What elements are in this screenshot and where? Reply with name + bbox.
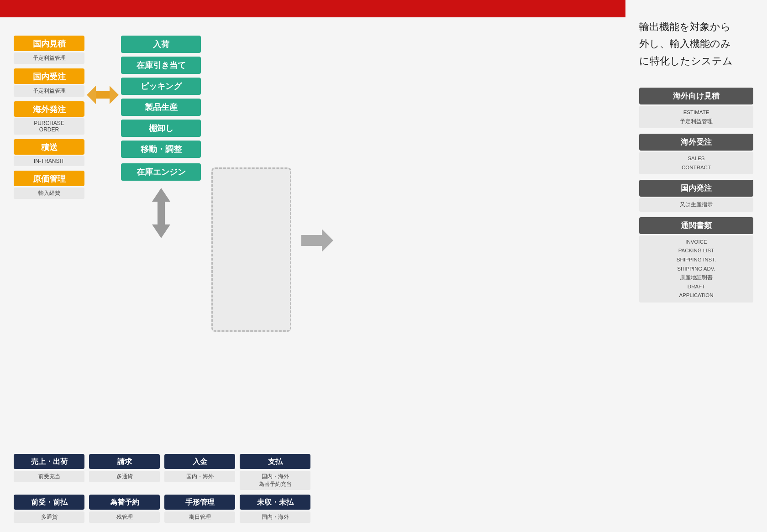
out-of-scope-box bbox=[211, 167, 291, 332]
bottom-item-sales_shipping: 売上・出荷前受充当 bbox=[14, 454, 84, 490]
center-item-production: 製品生産 bbox=[121, 99, 201, 116]
navy-sub-forex: 残管理 bbox=[89, 511, 160, 523]
box-title-cost_mgmt: 原価管理 bbox=[18, 173, 80, 184]
navy-title-forex: 為替予約 bbox=[94, 498, 155, 507]
bottom-item-advance_payment: 前受・前払多通貨 bbox=[14, 495, 84, 523]
box-sub-domestic_receive: 予定利益管理 bbox=[14, 85, 84, 97]
right-panel-description: 輸出機能を対象から外し、輸入機能のみに特化したシステム bbox=[639, 18, 753, 69]
navy-sub-advance_payment: 多通貨 bbox=[14, 511, 84, 523]
export-sub-overseas_estimate: ESTIMATE 予定利益管理 bbox=[639, 106, 753, 128]
svg-marker-1 bbox=[96, 86, 119, 104]
export-header-overseas_order: 海外受注 bbox=[639, 134, 753, 151]
left-column: 国内見積予定利益管理国内受注予定利益管理海外発注PURCHASE ORDER積送… bbox=[14, 36, 84, 449]
export-header-customs_docs: 通関書類 bbox=[639, 217, 753, 234]
bottom-item-uncollected: 未収・未払国内・海外 bbox=[240, 495, 310, 523]
box-sub-cost_mgmt: 輸入経費 bbox=[14, 188, 84, 199]
bottom-item-forex: 為替予約残管理 bbox=[89, 495, 160, 523]
navy-title-payment: 支払 bbox=[244, 457, 306, 467]
navy-title-uncollected: 未収・未払 bbox=[244, 498, 306, 507]
center-item-inventory_check: 棚卸し bbox=[121, 120, 201, 137]
box-sub-shipment: IN-TRANSIT bbox=[14, 156, 84, 166]
export-item-domestic_order: 国内発注又は生産指示 bbox=[639, 180, 753, 212]
export-sub-overseas_order: SALES CONTRACT bbox=[639, 152, 753, 174]
box-sub-domestic_estimate: 予定利益管理 bbox=[14, 52, 84, 64]
export-item-overseas_estimate: 海外向け見積ESTIMATE 予定利益管理 bbox=[639, 88, 753, 128]
navy-sub-bill_mgmt: 期日管理 bbox=[164, 511, 235, 523]
left-item-domestic_estimate: 国内見積予定利益管理 bbox=[14, 36, 84, 64]
left-item-domestic_receive: 国内受注予定利益管理 bbox=[14, 68, 84, 97]
content-area: 国内見積予定利益管理国内受注予定利益管理海外発注PURCHASE ORDER積送… bbox=[0, 17, 625, 459]
bottom-grid: 売上・出荷前受充当請求多通貨入金国内・海外支払国内・海外 為替予約充当前受・前払… bbox=[0, 454, 625, 532]
navy-sub-payment_receipt: 国内・海外 bbox=[164, 471, 235, 482]
svg-marker-4 bbox=[301, 229, 333, 252]
center-item-inventory_engine: 在庫エンジン bbox=[121, 163, 201, 181]
navy-title-billing: 請求 bbox=[94, 457, 155, 467]
export-header-overseas_estimate: 海外向け見積 bbox=[639, 88, 753, 104]
navy-sub-payment: 国内・海外 為替予約充当 bbox=[240, 471, 310, 490]
box-sub-overseas_purchase: PURCHASE ORDER bbox=[14, 118, 84, 135]
right-arrow bbox=[297, 31, 338, 449]
center-column: 入荷在庫引き当てピッキング製品生産棚卸し移動・調整在庫エンジン bbox=[121, 36, 201, 449]
dashed-area bbox=[205, 31, 297, 449]
navy-title-advance_payment: 前受・前払 bbox=[18, 498, 80, 507]
box-title-domestic_receive: 国内受注 bbox=[18, 71, 80, 82]
svg-marker-2 bbox=[152, 188, 170, 213]
navy-title-bill_mgmt: 手形管理 bbox=[169, 498, 231, 507]
box-title-shipment: 積送 bbox=[18, 142, 80, 153]
center-item-picking: ピッキング bbox=[121, 78, 201, 95]
svg-marker-3 bbox=[152, 213, 170, 238]
box-title-overseas_purchase: 海外発注 bbox=[18, 104, 80, 115]
export-sub-domestic_order: 又は生産指示 bbox=[639, 198, 753, 212]
bottom-item-bill_mgmt: 手形管理期日管理 bbox=[164, 495, 235, 523]
export-sub-customs_docs: INVOICE PACKING LIST SHIPPING INST. SHIP… bbox=[639, 235, 753, 303]
navy-title-sales_shipping: 売上・出荷 bbox=[18, 457, 80, 467]
left-item-shipment: 積送IN-TRANSIT bbox=[14, 139, 84, 166]
left-item-cost_mgmt: 原価管理輸入経費 bbox=[14, 171, 84, 199]
export-item-overseas_order: 海外受注SALES CONTRACT bbox=[639, 134, 753, 174]
horizontal-double-arrow bbox=[87, 81, 119, 109]
center-item-move_adjust: 移動・調整 bbox=[121, 141, 201, 158]
center-item-inventory_assign: 在庫引き当て bbox=[121, 57, 201, 74]
export-item-customs_docs: 通関書類INVOICE PACKING LIST SHIPPING INST. … bbox=[639, 217, 753, 303]
vertical-double-arrow bbox=[121, 188, 201, 240]
navy-sub-uncollected: 国内・海外 bbox=[240, 511, 310, 523]
navy-title-payment_receipt: 入金 bbox=[169, 457, 231, 467]
left-item-overseas_purchase: 海外発注PURCHASE ORDER bbox=[14, 101, 84, 135]
box-title-domestic_estimate: 国内見積 bbox=[18, 38, 80, 49]
navy-sub-billing: 多通貨 bbox=[89, 471, 160, 482]
horizontal-arrows bbox=[84, 58, 121, 449]
header bbox=[0, 0, 625, 17]
center-item-receive_goods: 入荷 bbox=[121, 36, 201, 53]
bottom-item-billing: 請求多通貨 bbox=[89, 454, 160, 490]
bottom-item-payment: 支払国内・海外 為替予約充当 bbox=[240, 454, 310, 490]
export-boxes-list: 海外向け見積ESTIMATE 予定利益管理海外受注SALES CONTRACT国… bbox=[639, 88, 753, 303]
navy-sub-sales_shipping: 前受充当 bbox=[14, 471, 84, 482]
export-header-domestic_order: 国内発注 bbox=[639, 180, 753, 197]
right-panel: 輸出機能を対象から外し、輸入機能のみに特化したシステム 海外向け見積ESTIMA… bbox=[625, 0, 767, 532]
bottom-item-payment_receipt: 入金国内・海外 bbox=[164, 454, 235, 490]
